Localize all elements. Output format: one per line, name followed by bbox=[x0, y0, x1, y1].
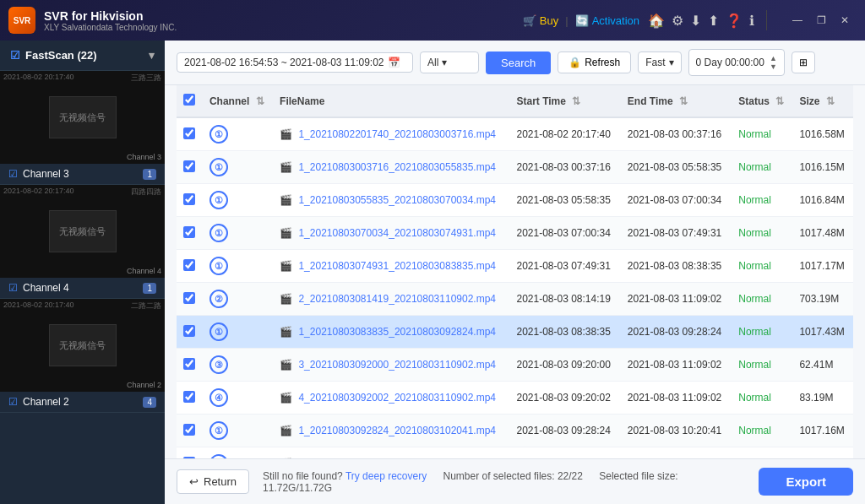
table-row[interactable]: ② 🎬 2_20210803081419_20210803110902.mp4 … bbox=[177, 283, 853, 316]
row-filename-cell: 🎬 1_20210803055835_20210803070034.mp4 bbox=[273, 184, 509, 217]
filename-link[interactable]: 1_20210803003716_20210803055835.mp4 bbox=[298, 161, 496, 173]
ch2-checkbox[interactable]: ☑ bbox=[8, 396, 18, 408]
col-channel: Channel ⇅ bbox=[203, 85, 273, 117]
sidebar-header: ☑ FastScan (22) ▾ bbox=[0, 41, 165, 71]
row-checkbox[interactable] bbox=[183, 358, 195, 370]
row-checkbox[interactable] bbox=[183, 127, 195, 139]
filename-link[interactable]: 3_20210803092000_20210803110902.mp4 bbox=[298, 359, 496, 371]
info-icon[interactable]: ℹ bbox=[749, 13, 754, 29]
table-row[interactable]: ① 🎬 1_20210803003716_20210803055835.mp4 … bbox=[177, 151, 853, 184]
row-channel-cell: ① bbox=[203, 415, 273, 447]
row-channel-cell: ③ bbox=[203, 349, 273, 382]
table-row[interactable]: ① 🎬 1_20210803074931_20210803083835.mp4 … bbox=[177, 250, 853, 283]
ch2-name: Channel 2 bbox=[23, 396, 69, 408]
calculator-button[interactable]: ⊞ bbox=[792, 51, 815, 73]
upload-icon[interactable]: ⬆ bbox=[708, 13, 719, 29]
search-button[interactable]: Search bbox=[486, 51, 551, 74]
date-range-value: 2021-08-02 16:54:53 ~ 2021-08-03 11:09:0… bbox=[184, 57, 384, 68]
minimize-button[interactable]: — bbox=[786, 8, 809, 32]
row-checkbox[interactable] bbox=[183, 226, 195, 238]
row-checkbox[interactable] bbox=[183, 160, 195, 172]
row-checkbox[interactable] bbox=[183, 424, 195, 436]
return-button[interactable]: ↩ Return bbox=[177, 469, 249, 494]
status-badge: Normal bbox=[738, 260, 771, 272]
channel-circle: ① bbox=[209, 158, 228, 176]
col-filename: FileName bbox=[273, 85, 509, 117]
row-checkbox[interactable] bbox=[183, 292, 195, 304]
deep-recovery-link[interactable]: Try deep recovery bbox=[345, 470, 427, 482]
selected-files-info: Number of selected files: 22/22 bbox=[443, 470, 583, 482]
file-icon: 🎬 bbox=[280, 161, 292, 173]
filename-link[interactable]: 1_20210803070034_20210803074931.mp4 bbox=[298, 227, 496, 239]
row-size-cell: 1016.84M bbox=[792, 184, 853, 217]
row-checkbox-cell bbox=[177, 151, 203, 184]
filename-link[interactable]: 1_20210803074931_20210803083835.mp4 bbox=[298, 260, 496, 272]
row-checkbox-cell bbox=[177, 283, 203, 316]
row-checkbox[interactable] bbox=[183, 391, 195, 403]
buy-button[interactable]: 🛒 Buy bbox=[523, 14, 558, 27]
table-row[interactable]: ① 🎬 1_20210803102041_20210803110902.mp4 … bbox=[177, 447, 853, 459]
channel-sort-icon: ⇅ bbox=[256, 95, 264, 107]
channel-circle: ① bbox=[209, 191, 228, 209]
channel-4-preview: 2021-08-02 20:17:40 四路四路 无视频信号 Channel 4 bbox=[0, 185, 165, 278]
help-icon[interactable]: ❓ bbox=[726, 13, 743, 29]
row-status-cell: Normal bbox=[732, 151, 792, 184]
table-row[interactable]: ④ 🎬 4_20210803092002_20210803110902.mp4 … bbox=[177, 382, 853, 415]
ch3-name: Channel 3 bbox=[23, 168, 69, 180]
ch2-no-signal: 无视频信号 bbox=[49, 324, 117, 366]
settings-icon[interactable]: ⚙ bbox=[672, 13, 683, 29]
filename-link[interactable]: 1_20210802201740_20210803003716.mp4 bbox=[298, 128, 496, 140]
table-row[interactable]: ① 🎬 1_20210803092824_20210803102041.mp4 … bbox=[177, 415, 853, 447]
row-start-cell: 2021-08-03 05:58:35 bbox=[509, 184, 620, 217]
ch3-timestamp-right: 三路三路 bbox=[131, 73, 161, 84]
table-row[interactable]: ③ 🎬 3_20210803092000_20210803110902.mp4 … bbox=[177, 349, 853, 382]
table-row[interactable]: ① 🎬 1_20210803055835_20210803070034.mp4 … bbox=[177, 184, 853, 217]
close-button[interactable]: ✕ bbox=[833, 8, 857, 32]
sidebar-chevron-icon[interactable]: ▾ bbox=[149, 49, 155, 62]
buy-activation-area: 🛒 Buy | 🔄 Activation bbox=[523, 14, 639, 27]
channel-item-4: 2021-08-02 20:17:40 四路四路 无视频信号 Channel 4… bbox=[0, 185, 165, 299]
filename-link[interactable]: 1_20210803083835_20210803092824.mp4 bbox=[298, 326, 496, 338]
row-checkbox[interactable] bbox=[183, 259, 195, 271]
row-filename-cell: 🎬 1_20210803102041_20210803110902.mp4 bbox=[273, 447, 509, 459]
activation-button[interactable]: 🔄 Activation bbox=[575, 14, 639, 27]
table-row[interactable]: ① 🎬 1_20210802201740_20210803003716.mp4 … bbox=[177, 117, 853, 151]
home-icon[interactable]: 🏠 bbox=[648, 13, 665, 29]
row-checkbox[interactable] bbox=[183, 193, 195, 205]
refresh-button[interactable]: 🔒 Refresh bbox=[558, 51, 631, 73]
select-all-checkbox[interactable] bbox=[183, 94, 195, 106]
filter-dropdown[interactable]: All ▾ bbox=[420, 51, 479, 73]
ch2-timestamp-right: 二路二路 bbox=[131, 301, 161, 312]
no-file-text: Still no file found? bbox=[263, 470, 343, 482]
download-icon[interactable]: ⬇ bbox=[690, 13, 701, 29]
col-status: Status ⇅ bbox=[732, 85, 792, 117]
size-sort-icon: ⇅ bbox=[826, 95, 835, 107]
table-row[interactable]: ① 🎬 1_20210803083835_20210803092824.mp4 … bbox=[177, 316, 853, 349]
row-checkbox-cell bbox=[177, 217, 203, 250]
row-start-cell: 2021-08-02 20:17:40 bbox=[509, 117, 620, 151]
speed-dropdown[interactable]: Fast ▾ bbox=[638, 51, 681, 73]
row-checkbox[interactable] bbox=[183, 325, 195, 337]
ch2-no-signal-text: 无视频信号 bbox=[59, 339, 106, 352]
filename-link[interactable]: 1_20210803055835_20210803070034.mp4 bbox=[298, 194, 496, 206]
dropdown-chevron-icon: ▾ bbox=[442, 57, 447, 68]
row-size-cell: 1017.48M bbox=[792, 217, 853, 250]
time-up-button[interactable]: ▲ bbox=[770, 54, 777, 62]
filename-link[interactable]: 2_20210803081419_20210803110902.mp4 bbox=[298, 293, 496, 305]
maximize-button[interactable]: ❐ bbox=[809, 8, 833, 32]
time-down-button[interactable]: ▼ bbox=[770, 62, 777, 71]
export-button[interactable]: Export bbox=[759, 468, 853, 496]
channel-circle: ① bbox=[209, 125, 228, 144]
ch4-checkbox[interactable]: ☑ bbox=[8, 282, 18, 294]
file-icon: 🎬 bbox=[280, 128, 292, 140]
row-status-cell: Normal bbox=[732, 217, 792, 250]
date-range-input[interactable]: 2021-08-02 16:54:53 ~ 2021-08-03 11:09:0… bbox=[177, 52, 413, 73]
ch3-checkbox[interactable]: ☑ bbox=[8, 168, 18, 180]
row-start-cell: 2021-08-03 08:14:19 bbox=[509, 283, 620, 316]
table-row[interactable]: ① 🎬 1_20210803070034_20210803074931.mp4 … bbox=[177, 217, 853, 250]
filename-link[interactable]: 4_20210803092002_20210803110902.mp4 bbox=[298, 392, 496, 404]
filename-link[interactable]: 1_20210803092824_20210803102041.mp4 bbox=[298, 425, 496, 436]
content-area: 2021-08-02 16:54:53 ~ 2021-08-03 11:09:0… bbox=[165, 41, 865, 504]
row-start-cell: 2021-08-03 08:38:35 bbox=[509, 316, 620, 349]
footer: ↩ Return Still no file found? Try deep r… bbox=[165, 458, 865, 504]
